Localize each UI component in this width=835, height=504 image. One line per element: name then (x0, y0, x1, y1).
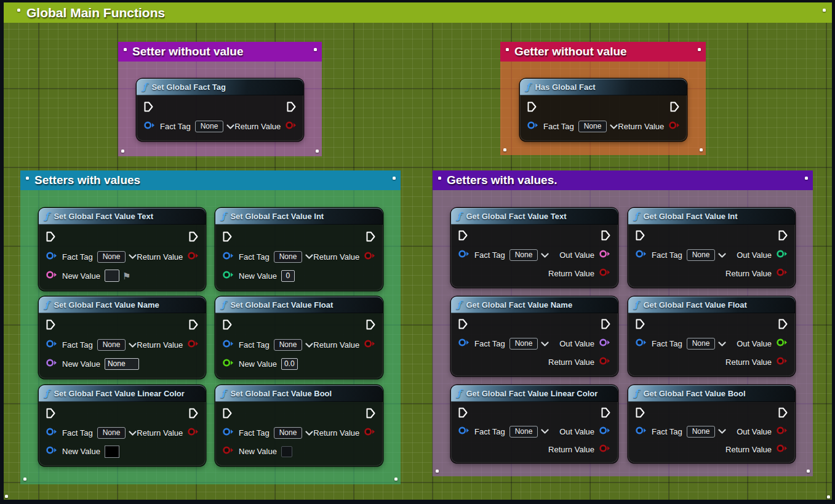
comment-handle[interactable] (314, 48, 317, 51)
fact-tag-dropdown[interactable]: None (509, 426, 549, 438)
color-swatch[interactable] (105, 446, 119, 458)
node-header[interactable]: ƒGet Global Fact Value Int (628, 208, 795, 225)
output-pin-bool[interactable] (599, 268, 611, 279)
comment-resize-handle[interactable] (5, 495, 8, 498)
blueprint-node[interactable]: ƒSet Global Fact Value FloatFact TagNone… (215, 297, 383, 378)
node-header[interactable]: ƒSet Global Fact Value Int (215, 208, 383, 225)
input-pin-tag[interactable] (46, 251, 58, 263)
blueprint-node[interactable]: ƒSet Global Fact TagFact TagNoneReturn V… (137, 79, 303, 141)
input-pin-name[interactable] (46, 358, 58, 370)
value-textbox[interactable]: 0 (281, 270, 295, 282)
chevron-down-icon[interactable] (305, 428, 313, 439)
exec-in-pin[interactable] (46, 407, 56, 422)
comment-resize-handle[interactable] (700, 148, 703, 151)
fact-tag-dropdown[interactable]: None (687, 338, 727, 350)
exec-in-pin[interactable] (143, 101, 154, 115)
output-pin-bool[interactable] (776, 268, 788, 279)
input-pin-tag[interactable] (458, 338, 470, 350)
chevron-down-icon[interactable] (129, 340, 137, 351)
exec-out-pin[interactable] (778, 318, 788, 332)
fact-tag-dropdown[interactable]: None (274, 339, 314, 351)
blueprint-graph-canvas[interactable]: Global Main FunctionsSetter without valu… (0, 0, 835, 504)
fact-tag-dropdown[interactable]: None (687, 249, 727, 261)
blueprint-node[interactable]: ƒGet Global Fact Value BoolFact TagNoneO… (628, 385, 795, 463)
node-header[interactable]: ƒGet Global Fact Value Name (451, 297, 618, 313)
comment-handle[interactable] (438, 177, 441, 180)
exec-in-pin[interactable] (46, 231, 56, 245)
output-pin-int[interactable] (776, 249, 788, 261)
chevron-down-icon[interactable] (718, 426, 726, 437)
bool-checkbox[interactable] (281, 446, 292, 457)
text-value-widget[interactable]: ⚑ (105, 270, 130, 282)
comment-title-bar[interactable]: Setter without value (118, 42, 322, 62)
comment-resize-handle[interactable] (827, 495, 830, 498)
input-pin-tag[interactable] (222, 251, 234, 263)
comment-handle[interactable] (26, 177, 29, 180)
comment-resize-handle[interactable] (436, 470, 439, 473)
exec-out-pin[interactable] (601, 230, 611, 244)
comment-handle[interactable] (698, 48, 701, 51)
chevron-down-icon[interactable] (718, 338, 726, 350)
output-pin-bool[interactable] (187, 251, 199, 263)
input-pin-tag[interactable] (635, 338, 647, 350)
exec-out-pin[interactable] (366, 407, 376, 422)
exec-in-pin[interactable] (635, 230, 645, 244)
blueprint-node[interactable]: ƒGet Global Fact Value Linear ColorFact … (451, 385, 618, 463)
comment-title-bar[interactable]: Getter without value (500, 42, 706, 62)
node-header[interactable]: ƒSet Global Fact Value Linear Color (39, 385, 206, 402)
blueprint-node[interactable]: ƒHas Global FactFact TagNoneReturn Value (520, 79, 687, 141)
comment-handle[interactable] (823, 9, 826, 12)
blueprint-node[interactable]: ƒGet Global Fact Value TextFact TagNoneO… (451, 208, 618, 287)
node-header[interactable]: ƒGet Global Fact Value Text (451, 208, 618, 225)
comment-title-bar[interactable]: Getters with values. (433, 170, 813, 190)
comment-resize-handle[interactable] (316, 150, 319, 153)
chevron-down-icon[interactable] (305, 340, 313, 351)
exec-out-pin[interactable] (778, 407, 788, 421)
blueprint-node[interactable]: ƒGet Global Fact Value IntFact TagNoneOu… (628, 208, 795, 287)
chevron-down-icon[interactable] (541, 250, 549, 261)
fact-tag-dropdown[interactable]: None (687, 426, 727, 438)
exec-in-pin[interactable] (458, 230, 468, 244)
exec-in-pin[interactable] (222, 231, 233, 245)
fact-tag-dropdown[interactable]: None (509, 338, 549, 350)
fact-tag-dropdown[interactable]: None (509, 249, 549, 261)
fact-tag-dropdown[interactable]: None (274, 251, 314, 263)
exec-out-pin[interactable] (778, 230, 788, 244)
exec-out-pin[interactable] (669, 101, 680, 115)
output-pin-bool[interactable] (364, 339, 376, 351)
exec-out-pin[interactable] (286, 101, 297, 115)
fact-tag-dropdown[interactable]: None (97, 251, 137, 263)
exec-in-pin[interactable] (222, 319, 233, 333)
exec-out-pin[interactable] (366, 231, 376, 245)
exec-out-pin[interactable] (601, 407, 611, 421)
input-pin-tag[interactable] (46, 339, 58, 351)
exec-in-pin[interactable] (527, 101, 537, 115)
exec-out-pin[interactable] (188, 231, 199, 245)
output-pin-bool[interactable] (599, 444, 611, 455)
chevron-down-icon[interactable] (718, 250, 726, 261)
value-textbox[interactable]: 0.0 (281, 358, 298, 370)
output-pin-float[interactable] (776, 338, 788, 350)
output-pin-bool[interactable] (776, 426, 788, 438)
fact-tag-dropdown[interactable]: None (274, 427, 314, 439)
exec-in-pin[interactable] (458, 407, 468, 421)
comment-title-bar[interactable]: Global Main Functions (4, 2, 832, 23)
node-header[interactable]: ƒSet Global Fact Value Text (39, 208, 206, 225)
fact-tag-dropdown[interactable]: None (578, 121, 618, 132)
chevron-down-icon[interactable] (129, 251, 137, 262)
output-pin-bool[interactable] (364, 427, 376, 439)
exec-in-pin[interactable] (46, 319, 56, 333)
chevron-down-icon[interactable] (610, 121, 618, 132)
comment-handle[interactable] (393, 177, 396, 180)
input-pin-text[interactable] (46, 270, 58, 282)
node-header[interactable]: ƒGet Global Fact Value Bool (628, 385, 795, 402)
node-header[interactable]: ƒSet Global Fact Tag (137, 79, 303, 95)
value-textbox[interactable]: None (105, 358, 139, 370)
comment-handle[interactable] (805, 177, 808, 180)
input-pin-tag[interactable] (458, 426, 470, 438)
exec-in-pin[interactable] (222, 407, 233, 422)
exec-in-pin[interactable] (635, 407, 645, 421)
input-pin-tag[interactable] (46, 427, 58, 439)
exec-out-pin[interactable] (366, 319, 376, 333)
input-pin-float[interactable] (222, 358, 234, 370)
